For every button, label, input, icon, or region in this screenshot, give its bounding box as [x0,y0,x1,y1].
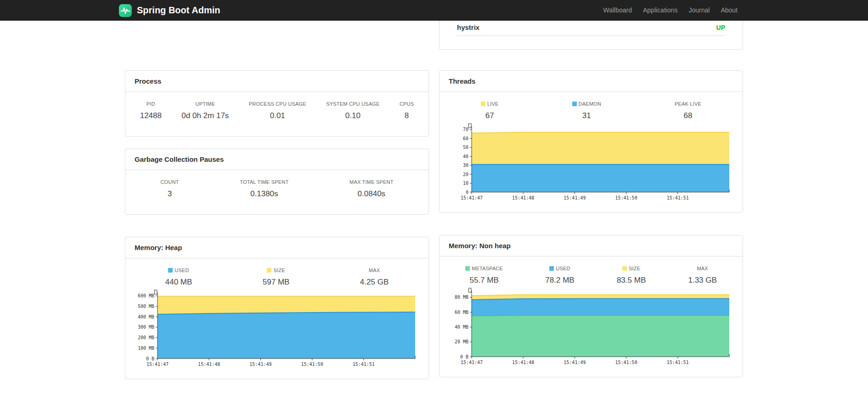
metric-label: COUNT [160,179,179,185]
brand-link[interactable]: Spring Boot Admin [118,4,220,17]
metric: PID 12488 [140,101,162,120]
svg-text:20: 20 [463,172,468,177]
svg-text:500 MB: 500 MB [138,304,154,309]
legend-swatch-icon [549,266,554,271]
svg-text:0 B: 0 B [460,354,468,359]
svg-text:15:41:48: 15:41:48 [512,360,534,365]
metric-label: MAX [688,266,716,271]
svg-text:400 MB: 400 MB [138,314,154,319]
svg-text:15:41:49: 15:41:49 [249,362,271,367]
svg-text:15:41:50: 15:41:50 [615,360,637,365]
metric-label: TOTAL TIME SPENT [240,179,288,185]
metric-label: PROCESS CPU USAGE [249,101,306,107]
metric-value: 597 MB [263,278,290,287]
memory-heap-card: Memory: Heap USED 440 MB SIZE 597 MB MAX… [125,237,429,379]
metric: SIZE 597 MB [263,268,290,287]
metric-value: 83.5 MB [617,276,646,285]
left-top-spacer [125,21,429,70]
card-title: Process [125,71,428,92]
card-title: Memory: Non heap [440,235,743,256]
content-container: Process PID 12488 UPTIME 0d 0h 2m 17s PR… [125,21,743,379]
metric-value: 68 [675,111,701,120]
metric-value: 55.7 MB [465,276,503,285]
metric: CPUS 8 [400,101,414,120]
status-badge: UP [716,24,725,31]
metric-value: 0d 0h 2m 17s [181,111,229,120]
threads-chart: 01020304050607015:41:4715:41:4815:41:491… [446,123,736,206]
metric-label: METASPACE [465,266,503,271]
metric-label: PEAK LIVE [675,101,701,107]
metric-label: SYSTEM CPU USAGE [326,101,379,107]
svg-text:15:41:47: 15:41:47 [461,195,483,200]
metric-value: 31 [572,111,601,120]
gc-metrics: COUNT 3 TOTAL TIME SPENT 0.1380s MAX TIM… [125,170,428,214]
metric-value: 78.2 MB [545,276,574,285]
svg-text:15:41:48: 15:41:48 [198,362,220,367]
threads-card: Threads LIVE 67 DAEMON 31 PEAK LIVE 68 0… [439,70,743,213]
metric-label: MAX TIME SPENT [349,179,394,185]
legend-swatch-icon [622,266,627,271]
metric-label: SIZE [617,266,646,271]
svg-text:15:41:47: 15:41:47 [147,362,169,367]
nav-item-about[interactable]: About [715,0,743,21]
gc-pauses-card: Garbage Collection Pauses COUNT 3 TOTAL … [125,148,429,215]
left-column: Process PID 12488 UPTIME 0d 0h 2m 17s PR… [125,21,429,379]
nonheap-chart: 0 B20 MB40 MB60 MB80 MB15:41:4715:41:481… [446,288,736,370]
legend-swatch-icon [572,102,577,106]
process-metrics: PID 12488 UPTIME 0d 0h 2m 17s PROCESS CP… [125,92,428,136]
metric: USED 78.2 MB [545,266,574,285]
svg-text:40: 40 [463,154,468,159]
nav-item-applications[interactable]: Applications [637,0,683,21]
svg-text:15:41:49: 15:41:49 [564,195,586,200]
metric: COUNT 3 [160,179,179,199]
svg-text:50: 50 [463,145,468,150]
svg-text:15:41:47: 15:41:47 [461,360,483,365]
card-title: Threads [440,71,743,92]
svg-text:15:41:51: 15:41:51 [667,195,689,200]
svg-text:600 MB: 600 MB [138,293,154,298]
metric-label: CPUS [400,101,414,107]
metric: DAEMON 31 [572,101,601,120]
svg-text:60: 60 [463,136,468,141]
memory-nonheap-card: Memory: Non heap METASPACE 55.7 MB USED … [439,235,743,377]
top-navbar: Spring Boot Admin WallboardApplicationsJ… [0,0,868,21]
metric-label: PID [140,101,162,107]
application-status-card: hystrix UP [439,21,743,50]
metric-label: SIZE [263,268,290,273]
metric: MAX 4.25 GB [360,268,389,287]
legend-swatch-icon [267,268,271,273]
nav-item-wallboard[interactable]: Wallboard [597,0,637,21]
nav-menu: WallboardApplicationsJournalAbout [597,0,743,21]
threads-chart-wrap: 01020304050607015:41:4715:41:4815:41:491… [440,123,743,212]
metric: LIVE 67 [481,101,499,120]
svg-text:80 MB: 80 MB [455,295,468,300]
metric: USED 440 MB [165,268,192,287]
nav-item-journal[interactable]: Journal [683,0,715,21]
metric-label: DAEMON [572,101,601,107]
metric-label: MAX [360,268,389,273]
legend-swatch-icon [465,266,470,271]
metric: SYSTEM CPU USAGE 0.10 [326,101,379,120]
metric-value: 0.01 [249,111,306,120]
svg-text:15:41:50: 15:41:50 [301,362,323,367]
metric: UPTIME 0d 0h 2m 17s [181,101,229,120]
metric-value: 8 [400,111,414,120]
application-name-link[interactable]: hystrix [457,23,479,31]
svg-text:30: 30 [463,163,468,168]
nonheap-legend: METASPACE 55.7 MB USED 78.2 MB SIZE 83.5… [440,256,743,288]
svg-text:0 B: 0 B [146,356,154,361]
svg-text:15:41:49: 15:41:49 [564,360,586,365]
metric: PEAK LIVE 68 [675,101,701,120]
svg-text:15:41:51: 15:41:51 [667,360,689,365]
metric-value: 1.33 GB [688,276,716,285]
svg-text:100 MB: 100 MB [138,346,154,351]
card-title: Garbage Collection Pauses [125,149,428,170]
heap-legend: USED 440 MB SIZE 597 MB MAX 4.25 GB [125,258,428,290]
svg-text:0: 0 [466,190,468,195]
metric-value: 0.1380s [240,189,288,199]
metric-label: USED [545,266,574,271]
application-status-row: hystrix UP [457,21,725,36]
metric: TOTAL TIME SPENT 0.1380s [240,179,288,199]
process-card: Process PID 12488 UPTIME 0d 0h 2m 17s PR… [125,70,429,137]
nonheap-chart-wrap: 0 B20 MB40 MB60 MB80 MB15:41:4715:41:481… [440,288,743,377]
